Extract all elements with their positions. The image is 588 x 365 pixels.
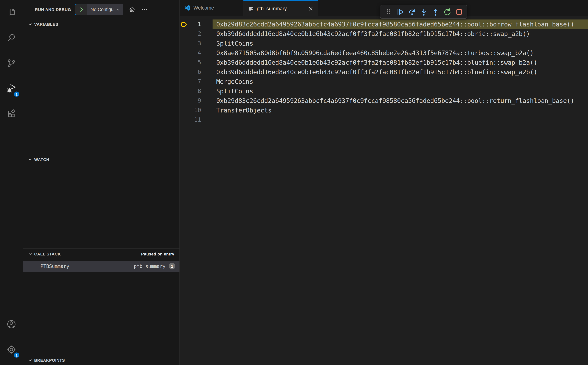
sidebar-item-search[interactable] bbox=[0, 28, 23, 48]
ellipsis-icon bbox=[142, 6, 148, 13]
line-number[interactable]: 3 bbox=[189, 39, 201, 48]
gutter-gap bbox=[201, 58, 213, 67]
line-number[interactable]: 2 bbox=[189, 29, 201, 39]
editor-lines: 1 0xb29d83c26cdd2a64959263abbcfc4a6937f0… bbox=[180, 20, 588, 125]
views-and-more-actions-button[interactable] bbox=[142, 6, 148, 13]
line-content[interactable]: 0xb39d6dddedd16ed8a40ce0b1e6b43c92acf0ff… bbox=[213, 58, 588, 67]
line-content[interactable]: 0xb29d83c26cdd2a64959263abbcfc4a6937f0c9… bbox=[213, 20, 588, 29]
stack-frame-file: ptb_summary bbox=[134, 263, 165, 269]
continue-icon bbox=[396, 7, 404, 16]
code-line: 10 TransferObjects bbox=[180, 105, 588, 115]
editor-group: Welcome ptb_summary bbox=[180, 0, 588, 365]
sidebar-item-run-and-debug[interactable]: 1 bbox=[0, 78, 23, 99]
code-line: 7 MergeCoins bbox=[180, 77, 588, 86]
run-and-debug-sidebar: RUN AND DEBUG No Configur bbox=[23, 0, 180, 365]
section-header-breakpoints[interactable]: BREAKPOINTS bbox=[23, 355, 179, 365]
variables-panel bbox=[23, 29, 179, 154]
continue-button[interactable] bbox=[396, 7, 404, 16]
breakpoint-gutter[interactable] bbox=[180, 67, 189, 77]
code-line: 9 0xb29d83c26cdd2a64959263abbcfc4a6937f0… bbox=[180, 96, 588, 105]
line-number[interactable]: 1 bbox=[189, 20, 201, 29]
settings-count-badge: 1 bbox=[14, 352, 20, 358]
code-line: 8 SplitCoins bbox=[180, 86, 588, 96]
gutter-gap bbox=[201, 39, 213, 48]
toolbar-drag-handle[interactable] bbox=[384, 7, 393, 16]
line-content[interactable]: SplitCoins bbox=[213, 39, 588, 48]
line-number[interactable]: 4 bbox=[189, 48, 201, 58]
step-into-icon bbox=[419, 7, 428, 16]
sidebar-item-explorer[interactable] bbox=[0, 2, 23, 23]
breakpoint-gutter[interactable] bbox=[180, 105, 189, 115]
source-control-icon bbox=[7, 58, 16, 68]
line-content[interactable]: 0x8ae871505a80d8bf6bf9c05906cda6edfeea46… bbox=[213, 48, 588, 58]
line-number[interactable]: 11 bbox=[189, 115, 201, 125]
settings-button[interactable]: 1 bbox=[0, 339, 23, 360]
sidebar-header: RUN AND DEBUG No Configur bbox=[23, 0, 179, 19]
line-content[interactable]: SplitCoins bbox=[213, 86, 588, 96]
line-number[interactable]: 9 bbox=[189, 96, 201, 105]
section-header-watch[interactable]: WATCH bbox=[23, 154, 179, 164]
breakpoint-gutter[interactable] bbox=[180, 39, 189, 48]
code-line: 11 bbox=[180, 115, 588, 125]
gutter-gap bbox=[201, 105, 213, 115]
gutter-gap bbox=[201, 29, 213, 39]
step-over-button[interactable] bbox=[407, 7, 416, 16]
line-number[interactable]: 7 bbox=[189, 77, 201, 86]
section-header-call-stack[interactable]: CALL STACK Paused on entry bbox=[23, 249, 179, 259]
gutter-gap bbox=[201, 48, 213, 58]
line-content[interactable] bbox=[213, 115, 588, 125]
step-into-button[interactable] bbox=[419, 7, 428, 16]
line-content[interactable]: 0xb29d83c26cdd2a64959263abbcfc4a6937f0c9… bbox=[213, 96, 588, 105]
stop-button[interactable] bbox=[454, 7, 463, 16]
line-number[interactable]: 10 bbox=[189, 105, 201, 115]
debug-pause-status: Paused on entry bbox=[141, 252, 174, 256]
stack-frame-line-badge: 1 bbox=[169, 263, 175, 269]
configuration-dropdown-label: No Configur bbox=[91, 7, 114, 12]
section-label-variables: VARIABLES bbox=[34, 22, 58, 26]
step-out-button[interactable] bbox=[431, 7, 440, 16]
breakpoint-gutter[interactable] bbox=[180, 29, 189, 39]
tab-welcome[interactable]: Welcome bbox=[180, 0, 243, 16]
breakpoint-gutter[interactable] bbox=[180, 115, 189, 125]
sidebar-title: RUN AND DEBUG bbox=[35, 7, 71, 12]
grip-dots-icon bbox=[386, 8, 391, 15]
sidebar-item-source-control[interactable] bbox=[0, 53, 23, 74]
restart-button[interactable] bbox=[443, 7, 452, 16]
sidebar-item-extensions[interactable] bbox=[0, 104, 23, 124]
line-number[interactable]: 8 bbox=[189, 86, 201, 96]
account-button[interactable] bbox=[0, 314, 23, 335]
gutter-gap bbox=[201, 67, 213, 77]
gutter-gap bbox=[201, 115, 213, 125]
close-tab-button[interactable] bbox=[308, 6, 313, 11]
code-line: 3 SplitCoins bbox=[180, 39, 588, 48]
debug-toolbar bbox=[380, 5, 468, 19]
line-content[interactable]: 0xb39d6dddedd16ed8a40ce0b1e6b43c92acf0ff… bbox=[213, 29, 588, 39]
breakpoint-gutter[interactable] bbox=[180, 86, 189, 96]
line-content[interactable]: 0xb39d6dddedd16ed8a40ce0b1e6b43c92acf0ff… bbox=[213, 67, 588, 77]
breakpoint-gutter[interactable] bbox=[180, 20, 189, 29]
call-stack-frame-row[interactable]: PTBSummary ptb_summary 1 bbox=[23, 261, 179, 272]
line-content[interactable]: TransferObjects bbox=[213, 105, 588, 115]
code-line: 5 0xb39d6dddedd16ed8a40ce0b1e6b43c92acf0… bbox=[180, 58, 588, 67]
tab-label: ptb_summary bbox=[257, 6, 287, 11]
line-content[interactable]: MergeCoins bbox=[213, 77, 588, 86]
section-label-breakpoints: BREAKPOINTS bbox=[34, 358, 65, 362]
breakpoint-gutter[interactable] bbox=[180, 96, 189, 105]
line-number[interactable]: 6 bbox=[189, 67, 201, 77]
breakpoint-gutter[interactable] bbox=[180, 77, 189, 86]
section-label-watch: WATCH bbox=[34, 157, 49, 161]
gutter-gap bbox=[201, 96, 213, 105]
section-header-variables[interactable]: VARIABLES bbox=[23, 19, 179, 29]
line-number[interactable]: 5 bbox=[189, 58, 201, 67]
start-debugging-button[interactable] bbox=[75, 4, 87, 15]
code-editor[interactable]: 1 0xb29d83c26cdd2a64959263abbcfc4a6937f0… bbox=[180, 16, 588, 365]
configuration-dropdown[interactable]: No Configur bbox=[87, 4, 123, 15]
breakpoint-gutter[interactable] bbox=[180, 58, 189, 67]
breakpoint-gutter[interactable] bbox=[180, 48, 189, 58]
open-launch-json-button[interactable] bbox=[129, 6, 136, 13]
tab-ptb-summary[interactable]: ptb_summary bbox=[243, 0, 318, 17]
gear-icon bbox=[129, 6, 136, 13]
stack-frame-meta: ptb_summary 1 bbox=[134, 263, 175, 269]
restart-icon bbox=[443, 7, 451, 16]
gutter-gap bbox=[201, 86, 213, 96]
